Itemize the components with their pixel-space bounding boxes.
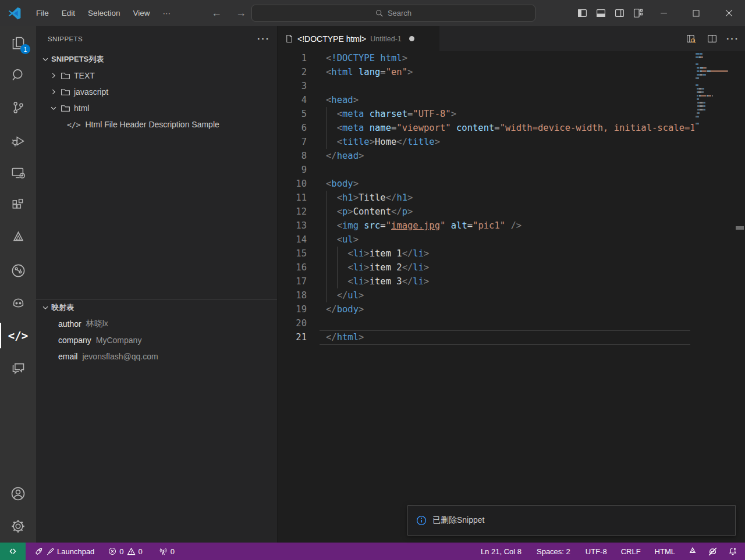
settings-gear-icon[interactable] — [0, 510, 36, 543]
code-line-3[interactable]: 3 — [278, 79, 745, 93]
maximize-button[interactable] — [680, 0, 712, 26]
tree-section-mapping-table[interactable]: 映射表 — [36, 299, 277, 316]
menu-selection[interactable]: Selection — [81, 6, 127, 20]
line-number[interactable]: 3 — [278, 79, 307, 93]
sidebar-more-actions-icon[interactable]: ··· — [257, 34, 270, 44]
ports-status-item[interactable]: 0 — [155, 543, 179, 560]
line-number[interactable]: 8 — [278, 149, 307, 163]
git-graph-icon[interactable] — [0, 254, 36, 287]
forward-arrow-icon[interactable]: → — [233, 5, 249, 22]
code-line-8[interactable]: 8</head> — [278, 149, 745, 163]
code-line-9[interactable]: 9 — [278, 163, 745, 177]
code-line-5[interactable]: 5 <meta charset="UTF-8"> — [278, 107, 745, 121]
problems-status-item[interactable]: 0 0 — [104, 543, 146, 560]
code-line-21[interactable]: 21</html> — [278, 330, 745, 344]
code-line-11[interactable]: 11 <h1>Title</h1> — [278, 191, 745, 205]
source-control-icon[interactable] — [0, 91, 36, 124]
dirty-indicator[interactable] — [409, 36, 414, 41]
code-editor[interactable]: 1<!DOCTYPE html>2<html lang="en">34<head… — [278, 51, 745, 543]
line-number[interactable]: 17 — [278, 274, 307, 288]
menu-view[interactable]: View — [127, 6, 157, 20]
customize-layout-icon[interactable] — [629, 5, 647, 22]
open-preview-icon[interactable] — [683, 31, 698, 47]
menu-edit[interactable]: Edit — [55, 6, 81, 20]
cursor-position-item[interactable]: Ln 21, Col 8 — [477, 543, 526, 560]
line-number[interactable]: 13 — [278, 219, 307, 233]
extensions-icon[interactable] — [0, 189, 36, 222]
code-line-19[interactable]: 19</body> — [278, 302, 745, 316]
line-number[interactable]: 9 — [278, 163, 307, 177]
line-number[interactable]: 7 — [278, 135, 307, 149]
toggle-sidebar-icon[interactable] — [573, 5, 591, 22]
code-line-20[interactable]: 20 — [278, 316, 745, 330]
code-line-13[interactable]: 13 <img src="image.jpg" alt="pic1" /> — [278, 219, 745, 233]
explorer-icon[interactable]: 1 — [0, 26, 36, 59]
code-line-12[interactable]: 12 <p>Content</p> — [278, 205, 745, 219]
code-line-16[interactable]: 16 <li>item 2</li> — [278, 261, 745, 274]
comments-icon[interactable] — [0, 352, 36, 384]
split-editor-icon[interactable] — [704, 31, 719, 47]
pinwheel-status-icon[interactable] — [684, 543, 701, 560]
account-icon[interactable] — [0, 477, 36, 510]
line-number[interactable]: 4 — [278, 93, 307, 107]
search-input[interactable]: Search — [251, 5, 535, 22]
line-number[interactable]: 11 — [278, 191, 307, 205]
code-line-15[interactable]: 15 <li>item 1</li> — [278, 247, 745, 261]
line-number[interactable]: 5 — [278, 107, 307, 121]
toggle-panel-icon[interactable] — [591, 5, 610, 22]
eol-item[interactable]: CRLF — [617, 543, 645, 560]
code-line-1[interactable]: 1<!DOCTYPE html> — [278, 51, 745, 65]
tree-section-snippets-list[interactable]: SNIPPETS列表 — [36, 51, 277, 67]
code-line-4[interactable]: 4<head> — [278, 93, 745, 107]
toggle-secondary-sidebar-icon[interactable] — [610, 5, 629, 22]
line-number[interactable]: 1 — [278, 51, 307, 65]
pinwheel-extension-icon[interactable] — [0, 222, 36, 254]
encoding-item[interactable]: UTF-8 — [581, 543, 611, 560]
line-number[interactable]: 20 — [278, 316, 307, 330]
minimap[interactable] — [694, 51, 735, 377]
back-arrow-icon[interactable]: ← — [208, 5, 225, 22]
line-number[interactable]: 6 — [278, 121, 307, 135]
notifications-bell-icon[interactable] — [724, 543, 742, 560]
line-number[interactable]: 15 — [278, 247, 307, 261]
copilot-chat-icon[interactable] — [0, 287, 36, 319]
minimize-button[interactable] — [647, 0, 680, 26]
code-line-10[interactable]: 10<body> — [278, 177, 745, 191]
code-line-6[interactable]: 6 <meta name="viewport" content="width=d… — [278, 121, 745, 135]
map-row-email[interactable]: emailjevonsflash@qq.com — [36, 348, 277, 365]
language-mode-item[interactable]: HTML — [651, 543, 679, 560]
line-number[interactable]: 10 — [278, 177, 307, 191]
line-number[interactable]: 19 — [278, 302, 307, 316]
close-button[interactable] — [712, 0, 745, 26]
overview-ruler[interactable] — [735, 51, 745, 543]
editor-more-actions-icon[interactable]: ··· — [725, 31, 740, 47]
map-row-author[interactable]: author林晓lx — [36, 316, 277, 332]
line-number[interactable]: 14 — [278, 233, 307, 247]
tab-untitled-1[interactable]: <!DOCTYPE html> Untitled-1 — [278, 26, 440, 51]
copilot-disabled-icon[interactable] — [704, 543, 722, 560]
code-line-18[interactable]: 18 </ul> — [278, 288, 745, 302]
tree-folder-javascript[interactable]: javascript — [36, 84, 277, 100]
run-debug-icon[interactable] — [0, 124, 36, 156]
indentation-item[interactable]: Spaces: 2 — [533, 543, 574, 560]
search-view-icon[interactable] — [0, 59, 36, 91]
remote-indicator[interactable] — [0, 543, 26, 560]
line-number[interactable]: 16 — [278, 261, 307, 274]
menu-[interactable]: ··· — [157, 6, 178, 20]
code-line-17[interactable]: 17 <li>item 3</li> — [278, 274, 745, 288]
code-line-14[interactable]: 14 <ul> — [278, 233, 745, 247]
tree-folder-text[interactable]: TEXT — [36, 67, 277, 84]
line-number[interactable]: 12 — [278, 205, 307, 219]
line-number[interactable]: 2 — [278, 65, 307, 79]
code-line-2[interactable]: 2<html lang="en"> — [278, 65, 745, 79]
launchpad-status-item[interactable]: Launchpad — [30, 543, 98, 560]
map-row-company[interactable]: companyMyCompany — [36, 332, 277, 348]
code-line-7[interactable]: 7 <title>Home</title> — [278, 135, 745, 149]
tree-folder-html[interactable]: html — [36, 100, 277, 116]
notification-toast[interactable]: 已删除Snippet — [407, 505, 736, 536]
menu-file[interactable]: File — [30, 6, 55, 20]
line-number[interactable]: 21 — [278, 330, 307, 344]
snippets-view-icon[interactable]: </> — [0, 319, 36, 352]
line-number[interactable]: 18 — [278, 288, 307, 302]
tree-snippet-item[interactable]: </>Html File Header Description Sample — [36, 116, 277, 133]
